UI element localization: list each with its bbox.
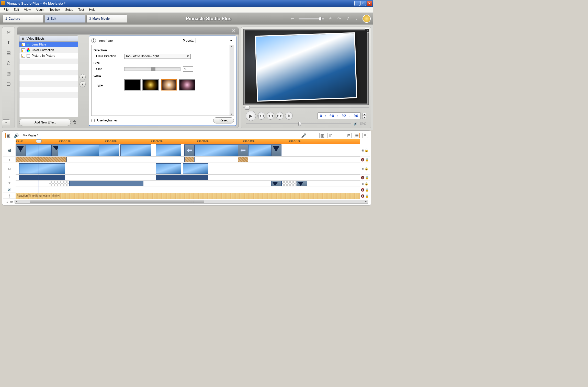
trash-icon[interactable]: 🗑	[73, 120, 78, 125]
effect-item-lens-flare[interactable]: ★Lens Flare	[19, 42, 78, 47]
move-up-button[interactable]: ▲	[80, 74, 86, 80]
sfx-track[interactable]	[16, 187, 360, 193]
volume-slider[interactable]	[246, 123, 351, 124]
overlay-track-icon[interactable]: ◻	[3, 163, 16, 174]
close-button[interactable]: ✕	[367, 1, 372, 6]
music-track-icon[interactable]: 𝄞	[3, 192, 16, 199]
use-keyframes-checkbox[interactable]	[91, 119, 95, 122]
dvd-icon[interactable]: DVD	[360, 122, 366, 126]
lock-icon[interactable]: 🔒	[365, 194, 369, 198]
video-track-icon[interactable]: 📹	[3, 144, 16, 157]
overlay-clip[interactable]	[19, 163, 65, 174]
panel-close-icon[interactable]: ✕	[231, 28, 236, 33]
text-view-icon[interactable]: ≡	[362, 133, 368, 138]
frame-icon[interactable]: ▢	[5, 81, 12, 87]
menu-toolbox[interactable]: Toolbox	[47, 7, 63, 13]
glow-swatch-none[interactable]	[124, 79, 141, 90]
video-clip[interactable]	[195, 144, 238, 156]
playhead-line[interactable]	[39, 144, 39, 199]
forward-button[interactable]: ►►	[276, 112, 284, 120]
tracks-area[interactable]: 00.00 0:00:04.00 0:00:08.00 0:00:12.00 0…	[16, 139, 360, 199]
menu-test[interactable]: Test	[76, 7, 87, 13]
eye-icon[interactable]: ◉	[361, 182, 364, 186]
video-clip[interactable]	[58, 144, 99, 156]
lock-icon[interactable]: 🔒	[365, 176, 369, 179]
flare-direction-dropdown[interactable]: Top-Left to Bottom-Right▼	[124, 54, 191, 59]
tl-audio-icon[interactable]: 🔊	[14, 133, 19, 138]
video-clip[interactable]	[156, 144, 181, 156]
rewind-button[interactable]: ◄◄	[267, 112, 274, 120]
title-track-icon[interactable]: T	[3, 180, 16, 186]
transition-clip[interactable]	[271, 144, 281, 156]
zoom-in-icon[interactable]: ⊕	[10, 200, 13, 204]
mute-icon[interactable]: 🔇	[361, 188, 365, 192]
speaker-icon[interactable]: 🔊	[354, 122, 357, 126]
scissors-icon[interactable]: ✄	[5, 29, 12, 36]
transition-clip[interactable]	[51, 144, 58, 156]
video-clip[interactable]	[248, 144, 271, 156]
overlay-clip[interactable]	[183, 163, 208, 174]
title-track[interactable]	[16, 181, 360, 187]
timecode-up[interactable]: ▲	[362, 113, 366, 116]
lock-icon[interactable]: 🔒	[365, 182, 368, 186]
lock-icon[interactable]: 🔒	[365, 149, 368, 152]
minimize-button[interactable]: _	[354, 1, 360, 6]
go-start-button[interactable]: |◄◄	[257, 112, 265, 120]
overlay-audio-track[interactable]	[16, 175, 360, 181]
transition-clip[interactable]	[16, 144, 26, 156]
stack-icon[interactable]: ▤	[5, 50, 12, 56]
presets-dropdown[interactable]: ▼	[196, 38, 234, 43]
delete-icon[interactable]: 🗑	[327, 133, 333, 138]
timeline-scrollbar[interactable]: • • •	[15, 200, 368, 204]
sfx-track-icon[interactable]: 🔊	[3, 186, 16, 192]
overlay-clip[interactable]	[156, 163, 181, 174]
timeline-view-icon[interactable]: ☰	[354, 133, 360, 138]
voiceover-icon[interactable]: 🎤	[301, 133, 307, 138]
timecode-down[interactable]: ▼	[362, 116, 366, 119]
glow-swatch-white[interactable]	[161, 79, 177, 90]
audio2-track-icon[interactable]: ♪	[3, 174, 16, 180]
menu-album[interactable]: Album	[33, 7, 47, 13]
top-slider[interactable]	[299, 18, 324, 19]
preview-scrubber[interactable]	[243, 106, 369, 109]
plug-button[interactable]: ⎓	[2, 119, 10, 126]
bulb-icon[interactable]: ♀	[354, 16, 359, 21]
timeline-ruler[interactable]: 00.00 0:00:04.00 0:00:08.00 0:00:12.00 0…	[16, 139, 360, 144]
premium-button[interactable]	[363, 15, 371, 23]
properties-scrollbar[interactable]	[230, 45, 234, 116]
camera-icon[interactable]: ⌬	[5, 60, 12, 66]
razor-icon[interactable]: ▥	[319, 133, 325, 138]
effect-item-pip[interactable]: Picture-in-Picture	[19, 53, 78, 59]
mode-tab-make-movie[interactable]: 3Make Movie	[86, 15, 127, 23]
menu-file[interactable]: File	[1, 7, 11, 13]
tl-tool-1[interactable]: ▣	[5, 133, 11, 138]
music-track[interactable]: Reaction Time [Magnetism Infinity]	[16, 193, 360, 199]
audio1-track-icon[interactable]: ♪	[3, 157, 16, 163]
glow-swatch-yellow[interactable]	[142, 79, 159, 90]
eye-icon[interactable]: ◉	[361, 167, 364, 170]
menu-help[interactable]: Help	[87, 7, 98, 13]
video-clip[interactable]	[99, 144, 119, 156]
lock-icon[interactable]: 🔒	[365, 188, 369, 192]
help-icon[interactable]: ?	[345, 16, 350, 21]
mode-tab-edit[interactable]: 2Edit	[44, 15, 85, 23]
help-button[interactable]: ?	[91, 38, 96, 43]
loop-button[interactable]: ↻	[285, 112, 293, 120]
clapboard-icon[interactable]: ▧	[5, 70, 12, 76]
title-icon[interactable]: T	[5, 40, 12, 46]
effect-item-color-correction[interactable]: Color Correction	[19, 47, 78, 53]
move-down-button[interactable]: ▼	[80, 81, 86, 87]
maximize-button[interactable]: □	[360, 1, 366, 6]
undo-icon[interactable]: ↶	[328, 16, 333, 21]
playhead-marker[interactable]	[36, 139, 42, 143]
transition-clip[interactable]: ⬅	[238, 144, 248, 156]
storyboard-view-icon[interactable]: ⊞	[346, 133, 352, 138]
size-input[interactable]	[183, 66, 193, 72]
reset-button[interactable]: Reset	[213, 117, 234, 123]
glow-swatch-pink[interactable]	[179, 79, 195, 90]
video-clip[interactable]	[120, 144, 151, 156]
menu-edit[interactable]: Edit	[11, 7, 21, 13]
add-effect-button[interactable]: Add New Effect	[19, 119, 71, 126]
mute-icon[interactable]: 🔇	[361, 176, 365, 179]
lock-icon[interactable]: 🔒	[365, 158, 369, 162]
